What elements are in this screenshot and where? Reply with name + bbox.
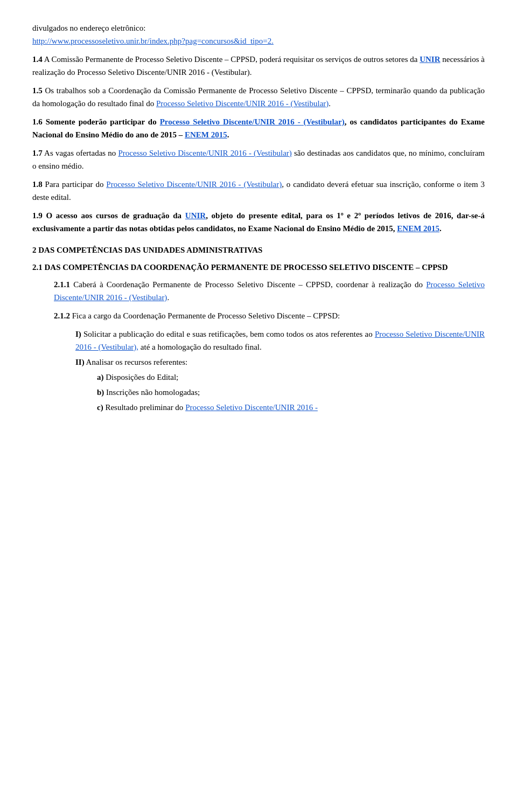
p18-link1[interactable]: Processo Seletivo Discente/UNIR 2016 - (… (106, 180, 282, 189)
list-b-text1: Inscrições não homologadas; (104, 388, 200, 397)
list-I-text2: até a homologação do resultado final. (138, 343, 262, 351)
p17-text1: As vagas ofertadas no (43, 149, 118, 157)
p16-link1[interactable]: Processo Seletivo Discente/UNIR 2016 - (… (160, 117, 345, 126)
list-a-label: a) (97, 373, 104, 381)
list-item-a: a) Disposições do Edital; (97, 371, 485, 384)
list-II-text1: Analisar os recursos referentes: (85, 358, 188, 366)
paragraph-19: 1.9 O acesso aos cursos de graduação da … (32, 209, 485, 235)
p211-text1: Caberá à Coordenação Permanente de Proce… (70, 280, 426, 289)
p16-link2[interactable]: ENEM 2015 (185, 130, 227, 139)
p14-num: 1.4 (32, 55, 43, 64)
p18-num: 1.8 (32, 180, 43, 189)
list-c-text1: Resultado preliminar do (103, 403, 185, 412)
section2-heading: 2 DAS COMPETÊNCIAS DAS UNIDADES ADMINIST… (32, 244, 485, 256)
list-c-link1[interactable]: Processo Seletivo Discente/UNIR 2016 - (185, 403, 318, 412)
p19-link2[interactable]: ENEM 2015 (397, 224, 439, 233)
p17-num: 1.7 (32, 149, 43, 157)
p211-num: 2.1.1 (54, 280, 70, 289)
p212-text1: Fica a cargo da Coordenação Permanente d… (70, 311, 340, 320)
paragraph-18: 1.8 Para participar do Processo Seletivo… (32, 178, 485, 204)
p15-link1[interactable]: Processo Seletivo Discente/UNIR 2016 - (… (156, 99, 329, 108)
list-I-text1: Solicitar a publicação do edital e suas … (81, 330, 375, 338)
list-b-label: b) (97, 388, 104, 397)
list-I-label: I) (75, 330, 81, 338)
p15-num: 1.5 (32, 86, 43, 95)
paragraph-15: 1.5 Os trabalhos sob a Coordenação da Co… (32, 84, 485, 110)
list-item-II: II) Analisar os recursos referentes: (75, 356, 485, 369)
p211-text2: . (167, 293, 169, 302)
p16-text3: . (227, 130, 229, 139)
list-item-c: c) Resultado preliminar do Processo Sele… (97, 401, 485, 414)
p17-link1[interactable]: Processo Seletivo Discente/UNIR 2016 - (… (118, 149, 291, 157)
p14-link1[interactable]: UNIR (420, 55, 440, 64)
p19-text1: O acesso aos cursos de graduação da (43, 211, 185, 220)
list-item-I: I) Solicitar a publicação do edital e su… (75, 328, 485, 353)
paragraph-14: 1.4 A Comissão Permanente de Processo Se… (32, 53, 485, 79)
p19-link1[interactable]: UNIR (185, 211, 206, 220)
p16-text1: Somente poderão participar do (43, 117, 160, 126)
p16-num: 1.6 (32, 117, 43, 126)
paragraph-212: 2.1.2 Fica a cargo da Coordenação Perman… (54, 309, 485, 322)
p19-num: 1.9 (32, 211, 43, 220)
p15-text2: . (329, 99, 331, 108)
paragraph-17: 1.7 As vagas ofertadas no Processo Selet… (32, 147, 485, 172)
list-II-label: II) (75, 358, 85, 366)
paragraph-211: 2.1.1 Caberá à Coordenação Permanente de… (54, 278, 485, 304)
section21-heading: 2.1 DAS COMPETÊNCIAS DA COORDENAÇÃO PERM… (32, 261, 485, 274)
link-processoseletivo[interactable]: http://www.processoseletivo.unir.br/inde… (32, 37, 274, 45)
paragraph-16: 1.6 Somente poderão participar do Proces… (32, 115, 485, 141)
list-a-text1: Disposições do Edital; (104, 373, 179, 381)
p14-text1: A Comissão Permanente de Processo Seleti… (43, 55, 420, 64)
p212-num: 2.1.2 (54, 311, 70, 320)
list-c-label: c) (97, 403, 103, 412)
p18-text1: Para participar do (43, 180, 107, 189)
list-item-b: b) Inscrições não homologadas; (97, 386, 485, 399)
intro-line: divulgados no endereço eletrônico: http:… (32, 22, 485, 47)
p19-text3: . (439, 224, 442, 233)
